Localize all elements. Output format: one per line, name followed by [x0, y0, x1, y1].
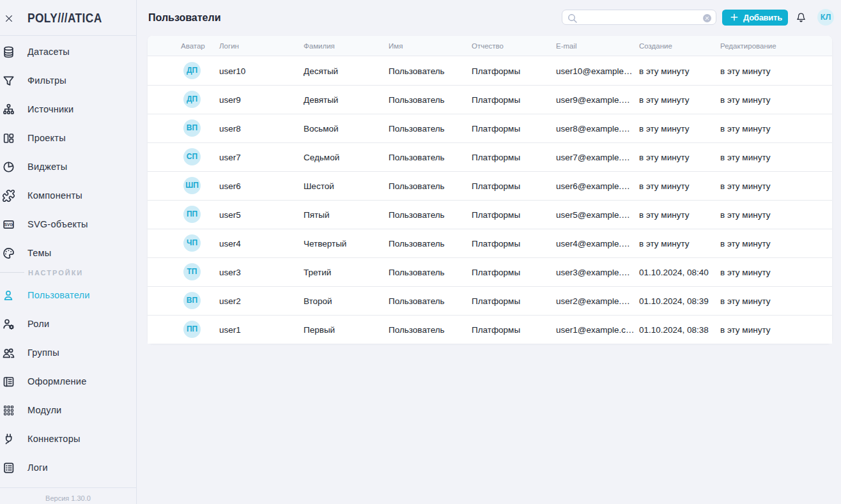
svg-text:SVG: SVG [4, 222, 13, 227]
